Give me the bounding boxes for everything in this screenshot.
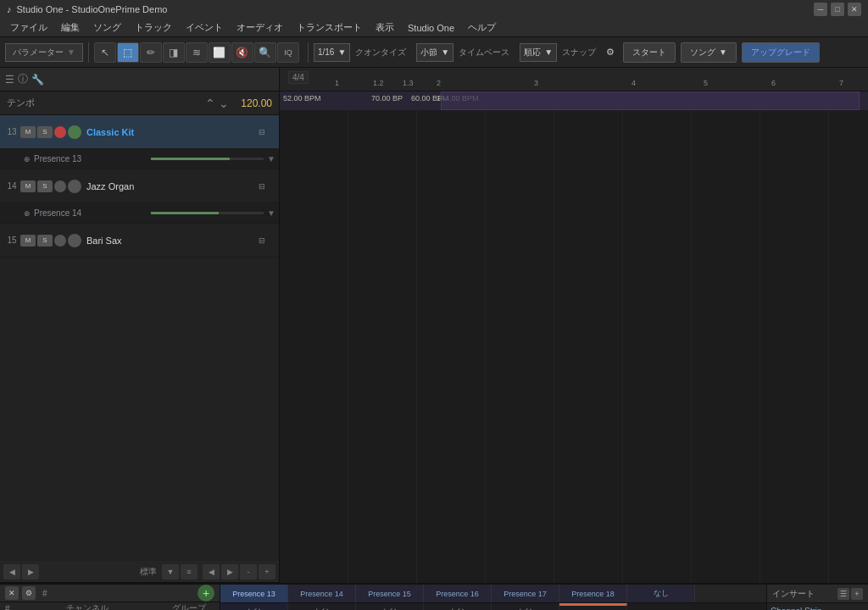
mixer-channel-17[interactable]: メイン 0dB L21 M S ▶ 17 (492, 603, 559, 610)
upgrade-button[interactable]: アップグレード (742, 42, 820, 63)
mixer-channel-header-18[interactable]: Presence 18 (559, 585, 627, 602)
timbase-dropdown[interactable]: 小節 ▼ (416, 43, 453, 62)
nav-left[interactable]: ◀ (3, 564, 20, 580)
parameter-box[interactable]: パラメーター ▼ (5, 43, 83, 62)
timeline-ruler: 4/4 1 1.2 1.3 2 3 4 5 6 7 8 (280, 68, 868, 92)
mixer-channel-15[interactable]: メイン 0dB <C> M S ▶ 15 (356, 603, 424, 610)
tempo-marker-52: 52.00 BPM (280, 94, 325, 103)
mixer-icon[interactable]: ⚙ (606, 47, 615, 58)
cut-tool[interactable]: ⬜ (209, 42, 231, 63)
ruler-mark-1: 1 (335, 79, 339, 87)
menu-file[interactable]: ファイル (3, 19, 54, 36)
track-row[interactable]: 14 M S Jazz Organ ⊟ (0, 169, 279, 203)
scroll-right-btn[interactable]: ▶ (221, 564, 238, 580)
record-button[interactable] (54, 126, 66, 138)
mixer-channel-18[interactable]: メイン ▲ ◉ ⏻ 0dB M S (559, 603, 627, 610)
mixer-channel-header-13[interactable]: Presence 13 (220, 585, 288, 602)
menu-song[interactable]: ソング (86, 19, 128, 36)
menu-edit[interactable]: 編集 (54, 19, 86, 36)
zoom-minus-btn[interactable]: - (240, 564, 257, 580)
snap-dropdown[interactable]: 順応 ▼ (520, 43, 557, 62)
track-row[interactable]: 15 M S Bari Sax ⊟ (0, 224, 279, 258)
track-fader-icon[interactable]: ⊟ (259, 128, 275, 136)
track-name: Classic Kit (81, 127, 259, 137)
inst-settings-btn[interactable]: ⚙ (22, 586, 36, 600)
chevron-down-icon4: ▼ (719, 47, 727, 57)
mute-button[interactable]: M (20, 235, 36, 247)
mixer-channel-16[interactable]: メイン 0dB <C> M S ▶ 16 (424, 603, 492, 610)
tempo-expand-icon[interactable]: ⌃ (205, 97, 215, 110)
mute-button[interactable]: M (20, 180, 36, 192)
mixer-channel-header-15[interactable]: Presence 15 (356, 585, 424, 602)
app-title: ♪ Studio One - StudioOnePrime Demo (7, 4, 167, 14)
maximize-button[interactable]: □ (831, 3, 844, 16)
insert-label: インサート (772, 588, 815, 600)
pointer-tool[interactable]: ↖ (94, 42, 116, 63)
menu-studio-one[interactable]: Studio One (401, 21, 461, 35)
menu-transport[interactable]: トランスポート (290, 19, 369, 36)
add-instrument-button[interactable]: + (198, 585, 214, 602)
dropdown-icon[interactable]: ▼ (267, 154, 275, 164)
track-control-buttons: M S (20, 234, 81, 247)
select-tool[interactable]: ⬚ (117, 42, 139, 63)
song-button[interactable]: ソング ▼ (681, 42, 737, 63)
track-fader-icon[interactable]: ⊟ (259, 236, 275, 245)
paint-tool[interactable]: ≋ (186, 42, 208, 63)
insert-add-btn[interactable]: + (851, 588, 863, 600)
menu-audio[interactable]: オーディオ (230, 19, 290, 36)
ruler-mark-1-2: 1.2 (373, 79, 384, 87)
start-button[interactable]: スタート (623, 42, 676, 63)
mixer-channel-13[interactable]: メイン 0dB <C> M S (220, 603, 288, 610)
scroll-left-btn[interactable]: ◀ (203, 564, 220, 580)
menu-track[interactable]: トラック (128, 19, 179, 36)
insert-dropdown[interactable]: ☰ + (837, 588, 863, 600)
record-button[interactable] (54, 180, 66, 192)
track-fader-icon[interactable]: ⊟ (259, 182, 275, 191)
iq-tool[interactable]: IQ (277, 42, 299, 63)
volume-slider[interactable] (151, 212, 264, 214)
mixer-channel-header-17[interactable]: Presence 17 (492, 585, 559, 602)
window-controls[interactable]: ─ □ ✕ (814, 3, 861, 16)
monitor-button[interactable] (68, 180, 81, 193)
volume-slider[interactable] (151, 158, 264, 160)
solo-button[interactable]: S (37, 180, 53, 192)
mute-tool[interactable]: 🔇 (231, 42, 253, 63)
close-button[interactable]: ✕ (848, 3, 861, 16)
eraser-tool[interactable]: ◨ (163, 42, 185, 63)
track-config-icon[interactable]: 🔧 (31, 74, 44, 86)
nav-down[interactable]: ▼ (162, 564, 179, 580)
zoom-plus-btn[interactable]: + (259, 564, 275, 580)
mixer-channel-header-main[interactable]: なし (627, 585, 695, 602)
ruler-mark-7: 7 (839, 79, 843, 87)
monitor-button[interactable] (68, 234, 81, 247)
solo-button[interactable]: S (37, 235, 53, 247)
mixer-channel-14[interactable]: メイン -3.0 <C> M S ▶ 1 (288, 603, 356, 610)
sub-track-presence14: ⊕ Presence 14 ▼ (0, 203, 279, 224)
inst-close-btn[interactable]: ✕ (5, 586, 19, 600)
track-info-icon[interactable]: ⓘ (18, 72, 28, 86)
zoom-tool[interactable]: 🔍 (254, 42, 276, 63)
tempo-collapse-icon[interactable]: ⌄ (219, 97, 229, 110)
nav-right[interactable]: ▶ (22, 564, 39, 580)
quantize-dropdown[interactable]: 1/16 ▼ (314, 43, 350, 62)
nav-more[interactable]: ≡ (181, 564, 198, 580)
timeline-content[interactable]: 52.00 BPM 70.00 BP 60.00 BPM 144.00 BPM (280, 92, 868, 583)
solo-button[interactable]: S (37, 126, 53, 138)
minimize-button[interactable]: ─ (814, 3, 827, 16)
track-row[interactable]: 13 M S Classic Kit ⊟ (0, 115, 279, 149)
insert-menu-icon[interactable]: ☰ (837, 588, 849, 600)
dropdown-icon[interactable]: ▼ (267, 208, 275, 218)
menu-event[interactable]: イベント (179, 19, 230, 36)
pencil-tool[interactable]: ✏ (140, 42, 162, 63)
menu-view[interactable]: 表示 (369, 19, 401, 36)
mute-button[interactable]: M (20, 126, 36, 138)
monitor-button[interactable] (68, 125, 81, 139)
mixer-channel-header-14[interactable]: Presence 14 (288, 585, 356, 602)
instrument-column-headers: # チャンネル グループ (0, 602, 220, 610)
scroll-arrows: ◀ ▶ - + (203, 564, 275, 580)
record-button[interactable] (54, 235, 66, 247)
mixer-channel-header-16[interactable]: Presence 16 (424, 585, 492, 602)
instrument-panel: ✕ ⚙ # + # チャンネル グループ 7 Square Pad (0, 585, 220, 610)
track-menu-icon[interactable]: ☰ (5, 74, 14, 86)
menu-help[interactable]: ヘルプ (461, 19, 503, 36)
